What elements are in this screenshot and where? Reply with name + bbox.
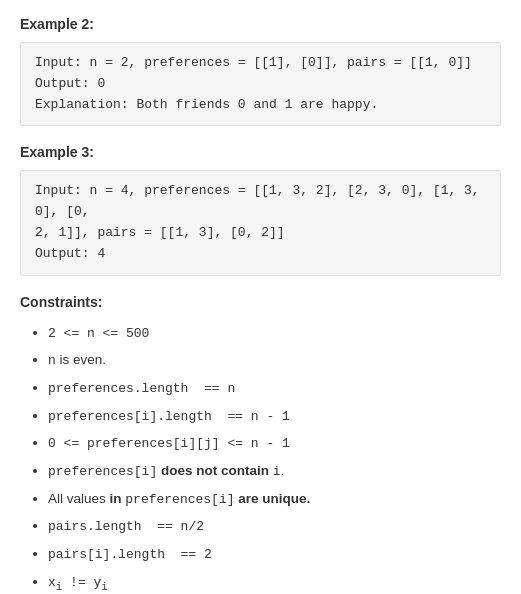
- constraints-list: 2 <= n <= 500 n is even. preferences.len…: [20, 320, 501, 594]
- explanation-text-prefix: Explanation: Both friends 0: [35, 97, 253, 112]
- constraint-item-7: All values in preferences[i] are unique.: [48, 486, 501, 513]
- example3-output: Output: 4: [35, 244, 486, 265]
- constraint-item-2: n is even.: [48, 347, 501, 374]
- example3-input-line2: 2, 1]], pairs = [[1, 3], [0, 2]]: [35, 223, 486, 244]
- example2-code-block: Input: n = 2, preferences = [[1], [0]], …: [20, 42, 501, 126]
- constraint-item-9: pairs[i].length == 2: [48, 541, 501, 568]
- constraint-item-10: xi != yi: [48, 569, 501, 594]
- example2-input: Input: n = 2, preferences = [[1], [0]], …: [35, 53, 486, 74]
- example3-code-block: Input: n = 4, preferences = [[1, 3, 2], …: [20, 170, 501, 275]
- example3-title: Example 3:: [20, 144, 501, 160]
- example3-input-line1: Input: n = 4, preferences = [[1, 3, 2], …: [35, 181, 486, 223]
- constraint-item-1: 2 <= n <= 500: [48, 320, 501, 347]
- constraint-item-8: pairs.length == n/2: [48, 513, 501, 540]
- example2-section: Example 2: Input: n = 2, preferences = […: [20, 16, 501, 126]
- explanation-text-suffix: 1 are happy.: [277, 97, 378, 112]
- constraints-title: Constraints:: [20, 294, 501, 310]
- example3-section: Example 3: Input: n = 4, preferences = […: [20, 144, 501, 275]
- constraint-item-5: 0 <= preferences[i][j] <= n - 1: [48, 430, 501, 457]
- constraints-section: Constraints: 2 <= n <= 500 n is even. pr…: [20, 294, 501, 594]
- constraint-item-6: preferences[i] does not contain i.: [48, 458, 501, 485]
- explanation-and: and: [253, 97, 276, 112]
- constraint-item-3: preferences.length == n: [48, 375, 501, 402]
- example2-output: Output: 0: [35, 74, 486, 95]
- constraint-item-4: preferences[i].length == n - 1: [48, 403, 501, 430]
- example2-explanation: Explanation: Both friends 0 and 1 are ha…: [35, 95, 486, 116]
- example2-title: Example 2:: [20, 16, 501, 32]
